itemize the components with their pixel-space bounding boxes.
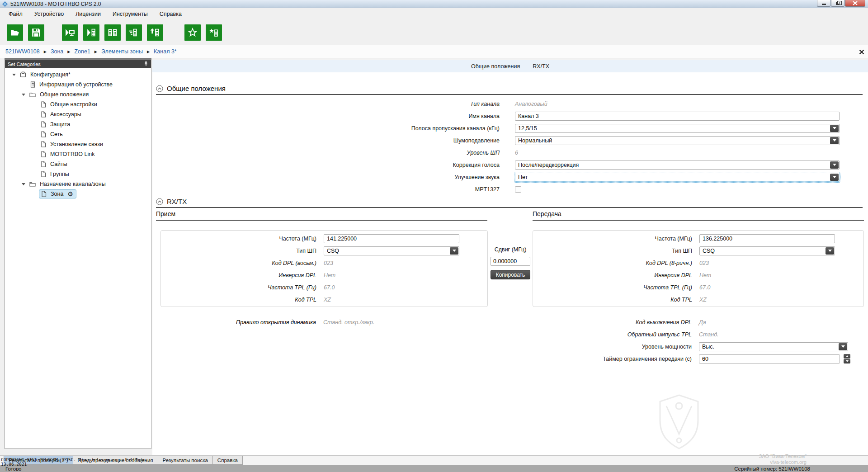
update-device-button[interactable] bbox=[147, 24, 163, 41]
page-icon bbox=[41, 171, 46, 177]
tree-item-general-settings[interactable]: Общие настройки bbox=[5, 99, 151, 109]
pin-icon[interactable] bbox=[144, 61, 148, 66]
read-device-button[interactable] bbox=[62, 24, 78, 41]
rxtx-section-header: RX/TX bbox=[156, 198, 863, 208]
tx-tpl-code-row: Код TPL XZ bbox=[533, 293, 863, 306]
multi-write-button[interactable] bbox=[126, 24, 142, 41]
field-value: 67.0 bbox=[324, 284, 335, 291]
menu-device[interactable]: Устройство bbox=[28, 9, 70, 19]
tree-item-configuration[interactable]: Конфигурация* bbox=[5, 70, 151, 80]
mpt1327-checkbox[interactable] bbox=[515, 186, 521, 193]
power-level-select[interactable]: Выс. bbox=[699, 342, 848, 351]
field-label: Частота TPL (Гц) bbox=[161, 284, 316, 291]
dropdown-arrow-button[interactable] bbox=[830, 125, 839, 132]
menu-bar: Файл Устройство Лицензии Инструменты Спр… bbox=[0, 9, 868, 19]
field-value: XZ bbox=[324, 297, 331, 303]
bandwidth-select[interactable]: 12,5/15 bbox=[515, 124, 840, 133]
field-label: Код выключения DPL bbox=[533, 319, 692, 326]
tree-item-channel-zone[interactable]: Назначение канала/зоны bbox=[5, 179, 151, 189]
breadcrumb-zone-set[interactable]: Зона bbox=[51, 48, 63, 55]
field-value: Нет bbox=[324, 272, 335, 278]
rx-frequency-input[interactable] bbox=[324, 234, 459, 243]
field-label: Уровень мощности bbox=[533, 344, 692, 350]
menu-file[interactable]: Файл bbox=[3, 9, 28, 19]
tx-timeout-input[interactable] bbox=[699, 354, 840, 363]
menu-licenses[interactable]: Лицензии bbox=[70, 9, 107, 19]
write-device-button[interactable] bbox=[83, 24, 99, 41]
dropdown-arrow-button[interactable] bbox=[826, 247, 834, 255]
breadcrumb-zone1[interactable]: Zone1 bbox=[74, 48, 90, 55]
close-button[interactable] bbox=[845, 0, 865, 7]
nav-link-rxtx[interactable]: RX/TX bbox=[533, 63, 549, 70]
spinner-up-button[interactable] bbox=[844, 354, 850, 359]
tree-item-device-info[interactable]: Информация об устройстве bbox=[5, 80, 151, 90]
breadcrumb-device[interactable]: 521IWW0108 bbox=[5, 48, 40, 55]
dropdown-arrow-button[interactable] bbox=[830, 174, 839, 181]
page-icon bbox=[41, 161, 46, 167]
breadcrumb-channel[interactable]: Канал 3* bbox=[154, 48, 177, 55]
spinner-down-button[interactable] bbox=[844, 359, 850, 363]
tx-frequency-input[interactable] bbox=[699, 234, 835, 243]
tree-item-mototrbo-link[interactable]: MOTOTRBO Link bbox=[5, 149, 151, 159]
section-nav: Общие положения RX/TX bbox=[152, 60, 868, 72]
favorites-button[interactable] bbox=[184, 24, 201, 41]
rxtx-section: RX/TX Прием Передача Частота (МГц) Тип Ш… bbox=[152, 198, 868, 433]
collapse-icon[interactable] bbox=[156, 198, 163, 205]
selected-value: CSQ bbox=[327, 248, 339, 254]
collapse-icon[interactable] bbox=[156, 85, 163, 92]
rx-dpl-invert-row: Инверсия DPL Нет bbox=[161, 269, 487, 281]
channel-name-input[interactable] bbox=[515, 112, 840, 121]
field-label: Код DPL (восьм.) bbox=[161, 260, 316, 266]
field-label: Тип ШП bbox=[161, 248, 316, 254]
tree-item-label: Группы bbox=[50, 171, 69, 177]
field-label: Улучшение звука bbox=[152, 174, 500, 180]
expander-icon[interactable] bbox=[22, 94, 25, 96]
dropdown-arrow-button[interactable] bbox=[450, 247, 458, 255]
restore-button[interactable] bbox=[831, 0, 844, 7]
tree-item-general[interactable]: Общие положения bbox=[5, 90, 151, 99]
watermark-date: 13.06.2021 bbox=[1, 462, 27, 467]
save-button[interactable] bbox=[28, 24, 44, 41]
tree-item-sites[interactable]: Сайты bbox=[5, 159, 151, 169]
watermark-site: viva-telecom.org bbox=[770, 459, 807, 465]
tree-item-zone[interactable]: Зона ⚙ bbox=[5, 189, 151, 199]
gear-icon[interactable]: ⚙ bbox=[67, 191, 73, 197]
voice-emphasis-select[interactable]: После/передкоррекция bbox=[515, 160, 840, 170]
tab-help[interactable]: Справка bbox=[213, 456, 243, 465]
offset-input[interactable] bbox=[491, 257, 530, 266]
tree-item-network[interactable]: Сеть bbox=[5, 129, 151, 139]
tree-item-signaling[interactable]: Установление связи bbox=[5, 139, 151, 149]
tx-timeout-row: Таймер ограничения передачи (с) bbox=[533, 353, 868, 365]
selected-value: Выс. bbox=[702, 344, 714, 350]
clone-device-button[interactable] bbox=[104, 24, 121, 41]
dropdown-arrow-button[interactable] bbox=[830, 161, 839, 169]
tx-squelch-type-select[interactable]: CSQ bbox=[699, 246, 835, 255]
tree-item-label: Общие положения bbox=[40, 91, 89, 98]
expander-icon[interactable] bbox=[22, 183, 25, 185]
tx-dpl-turnoff-row: Код выключения DPL Да bbox=[533, 316, 868, 328]
tab-search-results[interactable]: Результаты поиска bbox=[158, 456, 213, 465]
favorites-device-button[interactable] bbox=[206, 24, 222, 41]
nav-link-general[interactable]: Общие положения bbox=[471, 63, 520, 70]
dropdown-arrow-button[interactable] bbox=[839, 343, 847, 350]
expander-icon[interactable] bbox=[12, 74, 16, 76]
copy-button[interactable]: Копировать bbox=[491, 270, 530, 279]
squelch-select[interactable]: Нормальный bbox=[515, 136, 840, 145]
page-icon bbox=[41, 101, 46, 108]
selected-tree-item[interactable]: Зона ⚙ bbox=[39, 189, 76, 198]
minimize-button[interactable] bbox=[817, 0, 830, 7]
field-label: Частота (МГц) bbox=[161, 236, 316, 242]
tree-item-accessories[interactable]: Аксессуары bbox=[5, 109, 151, 119]
tree-item-groups[interactable]: Группы bbox=[5, 169, 151, 179]
menu-help[interactable]: Справка bbox=[154, 9, 188, 19]
rx-squelch-type-select[interactable]: CSQ bbox=[324, 246, 459, 255]
tx-dpl-code-row: Код DPL (8-ричн.) 023 bbox=[533, 257, 863, 269]
breadcrumb-zone-items[interactable]: Элементы зоны bbox=[101, 48, 143, 55]
dropdown-arrow-button[interactable] bbox=[830, 137, 839, 144]
tree-item-security[interactable]: Защита bbox=[5, 119, 151, 129]
audio-enhancement-select[interactable]: Нет bbox=[515, 173, 840, 182]
menu-tools[interactable]: Инструменты bbox=[107, 9, 154, 19]
open-button[interactable] bbox=[7, 24, 23, 41]
field-label: Инверсия DPL bbox=[533, 272, 692, 278]
document-close-button[interactable] bbox=[859, 49, 864, 55]
